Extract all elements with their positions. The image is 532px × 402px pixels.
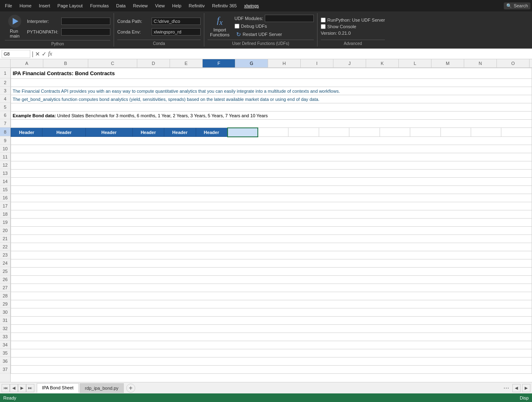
cancel-icon[interactable]: ✕ [35, 51, 40, 57]
col-header-c[interactable]: C [88, 59, 137, 67]
row-header-2[interactable]: 2 [0, 78, 10, 87]
scroll-left-button[interactable]: ◀ [512, 384, 521, 392]
col-header-a[interactable]: A [11, 59, 43, 67]
col-header-d[interactable]: D [137, 59, 170, 67]
row-header-37[interactable]: 37 [0, 365, 10, 373]
row-header-15[interactable]: 15 [0, 185, 10, 194]
cell-j8[interactable] [319, 128, 349, 137]
import-functions-button[interactable]: fx ImportFunctions [208, 14, 232, 39]
col-header-g[interactable]: G [235, 59, 268, 67]
cell-row20[interactable] [11, 227, 532, 235]
header-cell-f8[interactable]: Header [196, 128, 228, 137]
cell-row18[interactable] [11, 210, 532, 219]
menu-formulas[interactable]: Formulas [87, 2, 112, 10]
cell-row19[interactable] [11, 219, 532, 227]
row-header-28[interactable]: 28 [0, 292, 10, 300]
cell-row37[interactable] [11, 366, 532, 374]
cell-row31[interactable] [11, 317, 532, 325]
cell-a2[interactable] [11, 79, 532, 87]
formula-input[interactable] [54, 51, 530, 57]
menu-file[interactable]: File [2, 2, 16, 10]
conda-path-input[interactable] [152, 18, 201, 25]
col-header-p[interactable]: P [530, 59, 532, 67]
cell-row30[interactable] [11, 308, 532, 317]
row-header-5[interactable]: 5 [0, 103, 10, 111]
col-header-o[interactable]: O [497, 59, 530, 67]
grid-container[interactable]: IPA Financial Contracts: Bond Contracts … [11, 68, 532, 382]
row-header-14[interactable]: 14 [0, 177, 10, 185]
cell-n8[interactable] [440, 128, 471, 137]
row-header-26[interactable]: 26 [0, 275, 10, 284]
row-header-35[interactable]: 35 [0, 349, 10, 357]
header-cell-b8[interactable]: Header [42, 128, 85, 137]
cell-row12[interactable] [11, 161, 532, 170]
sheet-nav-last[interactable]: ⏭ [26, 384, 34, 392]
restart-udf-button[interactable]: ↻ Restart UDF Server [235, 30, 314, 38]
cell-row17[interactable] [11, 202, 532, 210]
col-header-h[interactable]: H [268, 59, 301, 67]
cell-row24[interactable] [11, 259, 532, 268]
cell-a6[interactable]: Example Bond data: United States Benchma… [11, 112, 532, 120]
row-header-7[interactable]: 7 [0, 119, 10, 127]
debug-udfs-checkbox[interactable] [235, 24, 239, 29]
cell-k8[interactable] [349, 128, 380, 137]
row-header-4[interactable]: 4 [0, 95, 10, 103]
cell-row9[interactable] [11, 137, 532, 145]
sheet-nav-first[interactable]: ⏮ [2, 384, 10, 392]
cell-row25[interactable] [11, 268, 532, 276]
menu-data[interactable]: Data [113, 2, 129, 10]
row-header-20[interactable]: 20 [0, 226, 10, 234]
menu-refinitiv[interactable]: Refinitiv [186, 2, 208, 10]
row-header-9[interactable]: 9 [0, 136, 10, 145]
row-header-12[interactable]: 12 [0, 161, 10, 169]
scroll-right-button[interactable]: ▶ [522, 384, 530, 392]
header-cell-c8[interactable]: Header [85, 128, 132, 137]
cell-row22[interactable] [11, 243, 532, 251]
run-python-checkbox[interactable] [321, 18, 326, 22]
row-header-25[interactable]: 25 [0, 267, 10, 275]
row-header-17[interactable]: 17 [0, 202, 10, 210]
col-header-l[interactable]: L [399, 59, 431, 67]
cell-row23[interactable] [11, 251, 532, 259]
row-header-36[interactable]: 36 [0, 357, 10, 365]
sheet-options-button[interactable]: ⋯ [502, 384, 511, 393]
cell-g8-selected[interactable] [228, 128, 258, 137]
row-header-24[interactable]: 24 [0, 259, 10, 267]
header-cell-d8[interactable]: Header [132, 128, 164, 137]
row-header-27[interactable]: 27 [0, 284, 10, 292]
cell-row32[interactable] [11, 325, 532, 333]
run-main-button[interactable]: Runmain [5, 13, 25, 40]
cell-row33[interactable] [11, 333, 532, 341]
cell-row15[interactable] [11, 186, 532, 194]
row-header-11[interactable]: 11 [0, 153, 10, 161]
row-header-1[interactable]: 1 [0, 68, 10, 78]
sheet-tab-rdp[interactable]: rdp_ipa_bond.py [80, 383, 124, 393]
menu-refinitiv-365[interactable]: Refinitiv 365 [209, 2, 240, 10]
row-header-13[interactable]: 13 [0, 169, 10, 177]
cell-row21[interactable] [11, 235, 532, 243]
row-header-34[interactable]: 34 [0, 341, 10, 349]
row-header-33[interactable]: 33 [0, 333, 10, 341]
cell-i8[interactable] [288, 128, 319, 137]
menu-insert[interactable]: Insert [36, 2, 54, 10]
col-header-e[interactable]: E [170, 59, 203, 67]
cell-a3[interactable]: The Financial Contracts API provides you… [11, 87, 532, 95]
menu-search-box[interactable]: 🔍 Search [504, 2, 530, 9]
cell-l8[interactable] [380, 128, 410, 137]
col-header-b[interactable]: B [43, 59, 88, 67]
row-header-32[interactable]: 32 [0, 324, 10, 333]
row-header-18[interactable]: 18 [0, 210, 10, 218]
sheet-nav-prev[interactable]: ◀ [10, 384, 18, 392]
cell-row26[interactable] [11, 276, 532, 284]
udf-modules-input[interactable] [265, 15, 314, 22]
cell-p8[interactable] [501, 128, 532, 137]
menu-home[interactable]: Home [16, 2, 35, 10]
col-header-f[interactable]: F [203, 59, 235, 67]
header-cell-a8[interactable]: Header [11, 128, 42, 137]
col-header-k[interactable]: K [366, 59, 399, 67]
cell-a4[interactable]: The get_bond_analytics function computes… [11, 95, 532, 103]
fx-formula-icon[interactable]: fx [48, 51, 52, 57]
cell-reference-input[interactable] [2, 50, 30, 58]
cell-row28[interactable] [11, 292, 532, 300]
row-header-29[interactable]: 29 [0, 300, 10, 308]
